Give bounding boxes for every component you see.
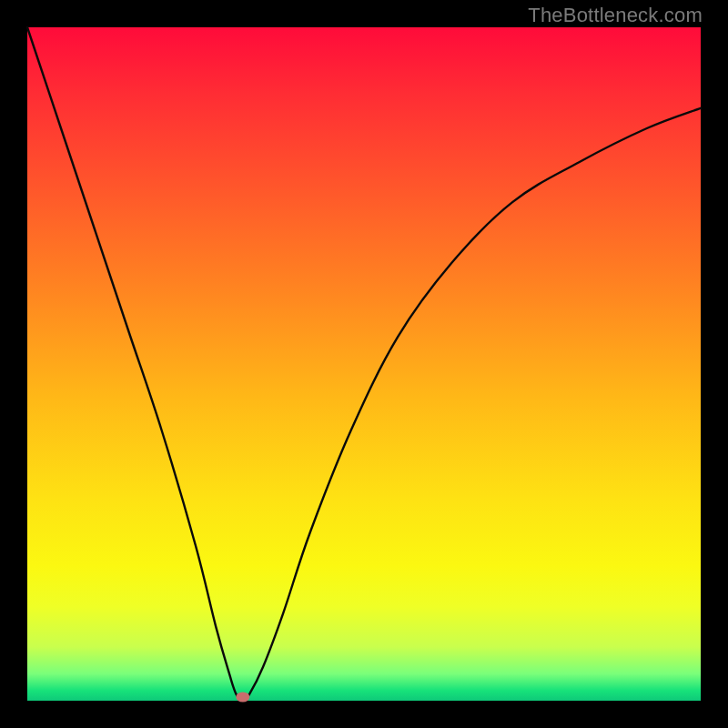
minimum-marker (236, 693, 249, 703)
plot-area (27, 27, 701, 701)
bottleneck-curve-line (27, 27, 701, 701)
watermark-text: TheBottleneck.com (528, 4, 703, 27)
chart-frame: TheBottleneck.com (0, 0, 728, 728)
curve-svg (27, 27, 701, 701)
